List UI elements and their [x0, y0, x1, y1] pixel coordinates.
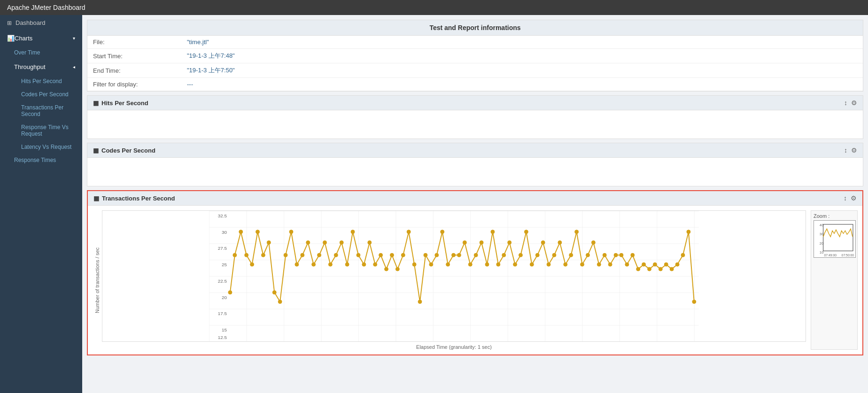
zoom-label: Zoom : [814, 213, 855, 219]
sidebar-charts-label: Charts [15, 35, 32, 42]
chart-svg-area: 32.5 30 27.5 25 22.5 20 17.5 15 12.5 07 [102, 210, 806, 350]
svg-point-35 [301, 253, 304, 257]
svg-point-96 [642, 262, 646, 266]
sidebar-section-charts[interactable]: 📊 Charts ▾ [0, 31, 82, 46]
svg-point-90 [608, 262, 612, 266]
info-card-title: Test and Report informations [87, 20, 863, 36]
svg-point-80 [552, 253, 556, 257]
codes-chart-body [87, 158, 863, 186]
info-label-start: Start Time: [87, 49, 181, 63]
svg-point-50 [385, 267, 388, 271]
svg-point-74 [519, 253, 523, 257]
svg-point-30 [272, 291, 276, 294]
hits-per-second-section: ▦ Hits Per Second ↕ ⚙ [87, 95, 863, 139]
svg-point-36 [306, 241, 310, 245]
hits-settings-button[interactable]: ⚙ [851, 99, 857, 107]
transactions-header-left: ▦ Transactions Per Second [93, 195, 175, 202]
transactions-chart-container: Number of transactions / sec [93, 210, 858, 350]
app-title: Apache JMeter Dashboard [7, 4, 85, 11]
sidebar-item-transactions-per-second[interactable]: Transactions Per Second [0, 101, 82, 121]
svg-rect-112 [823, 224, 853, 251]
hits-header-left: ▦ Hits Per Second [93, 100, 148, 107]
sidebar-item-codes-per-second[interactable]: Codes Per Second [0, 88, 82, 101]
transactions-chart-body: Number of transactions / sec [88, 206, 862, 354]
svg-point-66 [474, 253, 478, 257]
svg-point-40 [328, 262, 332, 266]
sidebar-throughput-label: Throughput [14, 63, 46, 70]
svg-point-102 [675, 262, 679, 266]
info-row-start: Start Time: "19-1-3 上午7:48" [87, 49, 863, 63]
svg-text:07:49:00: 07:49:00 [824, 254, 837, 257]
svg-point-84 [575, 230, 579, 234]
sidebar-response-times-label: Response Times [14, 157, 56, 163]
info-row-end: End Time: "19-1-3 上午7:50" [87, 63, 863, 78]
svg-text:30: 30 [222, 230, 227, 235]
sidebar-section-throughput[interactable]: Throughput ◂ [0, 59, 82, 75]
sidebar-transactions-label: Transactions Per Second [21, 104, 63, 117]
svg-point-98 [653, 262, 657, 266]
info-table: File: "time.jtl" Start Time: "19-1-3 上午7… [87, 36, 863, 91]
info-card: Test and Report informations File: "time… [87, 20, 863, 92]
svg-point-97 [648, 267, 651, 271]
zoom-svg: 40 30 20 10 07:49:00 07:50:00 [814, 220, 856, 258]
hits-expand-button[interactable]: ↕ [844, 99, 847, 107]
info-value-start: "19-1-3 上午7:48" [181, 49, 863, 63]
info-label-end: End Time: [87, 63, 181, 78]
svg-point-70 [496, 262, 500, 266]
svg-point-56 [418, 300, 422, 304]
svg-point-42 [340, 241, 343, 245]
svg-point-68 [485, 262, 489, 266]
info-row-file: File: "time.jtl" [87, 36, 863, 49]
transactions-settings-button[interactable]: ⚙ [851, 194, 857, 202]
codes-chart-icon: ▦ [93, 147, 99, 154]
svg-point-91 [614, 253, 618, 257]
svg-text:15: 15 [222, 327, 227, 332]
svg-point-62 [452, 253, 456, 257]
transactions-expand-button[interactable]: ↕ [844, 194, 847, 202]
x-axis-label: Elapsed Time (granularity: 1 sec) [102, 344, 806, 350]
svg-point-22 [228, 291, 232, 294]
svg-point-59 [435, 253, 439, 257]
hits-chart-icon: ▦ [93, 100, 99, 107]
hits-per-second-title: Hits Per Second [101, 100, 148, 107]
svg-point-87 [591, 241, 595, 245]
svg-text:27.5: 27.5 [218, 246, 227, 251]
info-value-filter: --- [181, 78, 863, 91]
sidebar-codes-label: Codes Per Second [21, 91, 69, 98]
svg-point-47 [368, 241, 372, 245]
svg-point-32 [284, 253, 287, 257]
svg-point-94 [631, 253, 635, 257]
svg-text:20: 20 [222, 295, 227, 300]
sidebar-item-over-time[interactable]: Over Time [0, 46, 82, 59]
svg-point-103 [681, 253, 685, 257]
svg-point-83 [569, 253, 573, 257]
svg-point-28 [261, 253, 265, 257]
sidebar-item-latency-vs-request[interactable]: Latency Vs Request [0, 140, 82, 154]
svg-point-39 [323, 241, 327, 245]
codes-chart-actions: ↕ ⚙ [844, 146, 857, 154]
codes-per-second-header: ▦ Codes Per Second ↕ ⚙ [87, 143, 863, 158]
codes-expand-button[interactable]: ↕ [844, 146, 847, 154]
svg-point-27 [256, 230, 260, 234]
sidebar-item-dashboard[interactable]: ⊞ Dashboard [0, 15, 82, 31]
svg-point-100 [664, 262, 668, 266]
sidebar: ⊞ Dashboard 📊 Charts ▾ Over Time Through… [0, 15, 82, 393]
svg-point-75 [524, 230, 528, 234]
svg-point-49 [379, 253, 383, 257]
main-content: Test and Report informations File: "time… [82, 15, 868, 393]
info-value-end: "19-1-3 上午7:50" [181, 63, 863, 78]
sidebar-item-response-time-vs-request[interactable]: Response Time Vs Request [0, 121, 82, 140]
svg-point-52 [395, 267, 399, 271]
sidebar-item-response-times[interactable]: Response Times [0, 154, 82, 167]
svg-text:32.5: 32.5 [218, 213, 227, 218]
svg-point-38 [318, 253, 321, 257]
svg-point-67 [480, 241, 483, 245]
codes-settings-button[interactable]: ⚙ [851, 146, 857, 154]
sidebar-item-hits-per-second[interactable]: Hits Per Second [0, 75, 82, 88]
svg-point-48 [373, 262, 377, 266]
dashboard-icon: ⊞ [7, 20, 12, 26]
chart-wrap: Number of transactions / sec [93, 210, 806, 350]
svg-point-64 [463, 241, 466, 245]
transactions-chart-icon: ▦ [93, 195, 99, 202]
svg-point-26 [250, 262, 254, 266]
